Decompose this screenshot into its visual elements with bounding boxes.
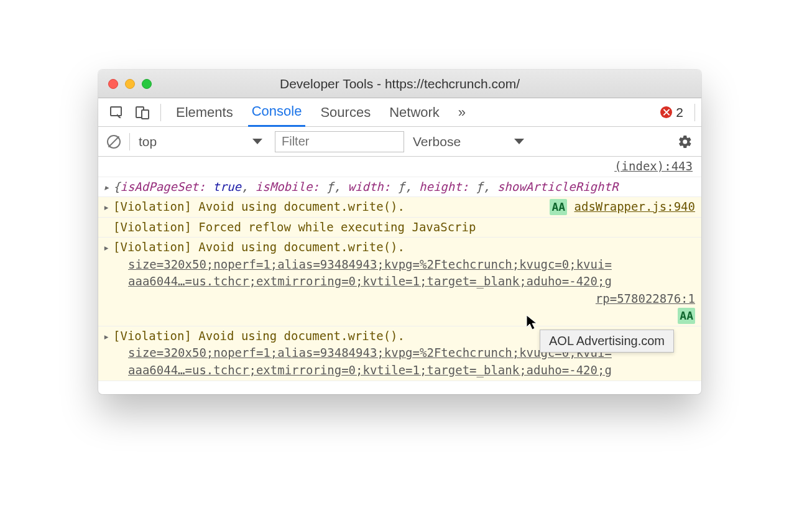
console-output: (index):443 {isAdPageSet: true, isMobile… xyxy=(98,157,701,394)
badge-tooltip: AOL Advertising.com xyxy=(540,330,674,353)
violation-text: [Violation] Avoid using document.write()… xyxy=(113,198,550,216)
source-link[interactable]: (index):443 xyxy=(614,159,693,173)
svg-rect-2 xyxy=(142,110,149,119)
violation-text: [Violation] Forced reflow while executin… xyxy=(113,220,476,234)
titlebar: Developer Tools - https://techcrunch.com… xyxy=(98,70,701,98)
cursor-icon xyxy=(526,315,538,333)
violation-detail: aaa6044…=us.tchcr;extmirroring=0;kvtile=… xyxy=(128,362,695,379)
clear-console-icon[interactable] xyxy=(107,135,121,149)
context-value: top xyxy=(139,134,157,149)
separator xyxy=(694,104,695,121)
tab-sources[interactable]: Sources xyxy=(316,98,374,127)
source-link[interactable]: adsWrapper.js:940 xyxy=(574,200,695,213)
log-level-value: Verbose xyxy=(413,134,461,149)
tabs-bar: Elements Console Sources Network » 2 xyxy=(98,98,701,127)
log-entry-violation[interactable]: [Violation] Avoid using document.write()… xyxy=(98,238,701,326)
inspect-element-icon[interactable] xyxy=(109,105,124,120)
tab-network[interactable]: Network xyxy=(385,98,443,127)
chevron-down-icon xyxy=(514,139,524,144)
separator xyxy=(160,104,161,121)
tabs-overflow[interactable]: » xyxy=(454,98,469,127)
error-count: 2 xyxy=(676,105,683,120)
log-entry-object[interactable]: {isAdPageSet: true, isMobile: ƒ, width: … xyxy=(98,177,701,198)
error-count-badge[interactable]: 2 xyxy=(660,105,683,120)
log-entry-violation[interactable]: [Violation] Forced reflow while executin… xyxy=(98,218,701,238)
violation-text: [Violation] Avoid using document.write()… xyxy=(113,239,695,256)
violation-detail: size=320x50;noperf=1;alias=93484943;kvpg… xyxy=(128,256,695,274)
violation-detail: aaa6044…=us.tchcr;extmirroring=0;kvtile=… xyxy=(128,273,695,290)
log-entry-violation[interactable]: [Violation] Avoid using document.write()… xyxy=(98,197,701,218)
filter-input[interactable] xyxy=(275,131,404,152)
separator xyxy=(129,133,130,150)
settings-icon[interactable] xyxy=(678,134,693,149)
thirdparty-badge[interactable]: AA xyxy=(678,308,695,324)
window-title: Developer Tools - https://techcrunch.com… xyxy=(98,76,701,91)
device-toggle-icon[interactable] xyxy=(136,105,149,120)
source-link-row: (index):443 xyxy=(98,157,701,177)
svg-rect-0 xyxy=(111,107,121,116)
context-selector[interactable]: top xyxy=(139,131,266,152)
violation-detail: rp=578022876:1 xyxy=(128,290,695,308)
log-level-selector[interactable]: Verbose xyxy=(413,131,528,152)
devtools-window: Developer Tools - https://techcrunch.com… xyxy=(98,70,701,394)
tab-elements[interactable]: Elements xyxy=(172,98,237,127)
tab-console[interactable]: Console xyxy=(248,98,306,127)
chevron-down-icon xyxy=(252,139,262,144)
error-icon xyxy=(660,106,672,118)
console-toolbar: top Verbose xyxy=(98,127,701,157)
thirdparty-badge[interactable]: AA xyxy=(550,199,567,215)
